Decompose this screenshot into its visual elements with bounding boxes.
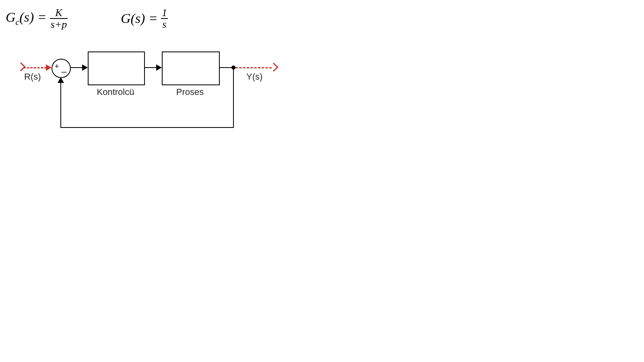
feedback-line-up — [60, 82, 61, 128]
signal-line-output — [235, 67, 272, 68]
arrowhead-input — [46, 64, 52, 71]
formula-gc-arg: (s) = — [19, 10, 46, 25]
controller-block — [88, 51, 145, 85]
arrowhead-feedback — [58, 77, 64, 83]
figure-canvas: Gc(s) = K s+p G(s) = 1 s R(s) + _ Kontro… — [0, 0, 644, 362]
arrowhead-output — [269, 63, 279, 72]
formula-g-lhs: G(s) = — [121, 11, 158, 26]
process-block — [162, 51, 220, 85]
formula-g-den: s — [161, 19, 167, 30]
formula-gc-den: s+p — [50, 19, 68, 30]
formula-g-frac: 1 s — [161, 7, 168, 30]
signal-line-input — [23, 67, 47, 68]
formula-g-num: 1 — [161, 7, 168, 18]
formula-g: G(s) = 1 s — [121, 7, 168, 30]
label-output: Y(s) — [246, 72, 262, 82]
signal-line-controller-to-process — [144, 67, 157, 68]
controller-label: Kontrolcü — [88, 87, 143, 97]
arrowhead-to-controller — [82, 64, 88, 71]
label-input: R(s) — [24, 72, 41, 82]
feedback-line-horizontal — [60, 127, 234, 128]
process-label: Proses — [162, 87, 218, 97]
sum-plus-sign: + — [55, 63, 59, 70]
signal-line-sum-to-controller — [70, 67, 83, 68]
formula-gc-g: G — [6, 10, 16, 25]
formula-gc: Gc(s) = K s+p — [6, 7, 68, 30]
arrowhead-to-process — [156, 64, 162, 71]
formula-gc-frac: K s+p — [50, 7, 68, 30]
formula-gc-sub: c — [16, 17, 20, 27]
sum-minus-sign: _ — [62, 64, 66, 72]
formula-gc-num: K — [54, 7, 63, 18]
feedback-line-down — [233, 68, 234, 128]
open-port-tick-left — [17, 62, 26, 72]
